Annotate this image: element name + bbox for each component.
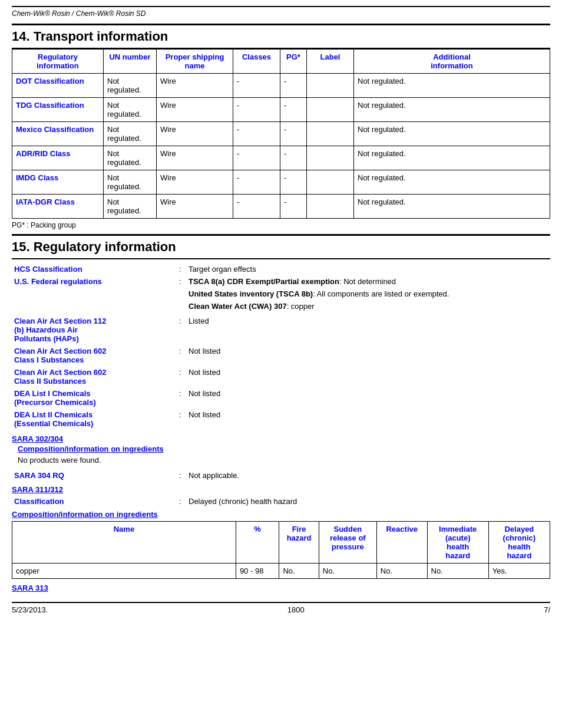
transport-proper_shipping-3: Wire [157, 146, 233, 170]
transport-classes-0: - [233, 74, 280, 98]
reg-item-colon-0: : [177, 315, 186, 345]
transport-additional-4: Not regulated. [354, 170, 550, 195]
sara311-class-row: Classification : Delayed (chronic) healt… [12, 495, 550, 508]
sara311-comp-link[interactable]: Composition/information on ingredients [12, 510, 158, 519]
transport-additional-5: Not regulated. [354, 195, 550, 219]
section-14-title: Transport information [34, 29, 168, 44]
usfed-row1: U.S. Federal regulations : TSCA 8(a) CDR… [12, 275, 550, 288]
transport-pg-1: - [280, 98, 307, 122]
transport-pg-0: - [280, 74, 307, 98]
cwa-line: Clean Water Act (CWA) 307: copper [186, 300, 550, 312]
reg-item-row-4: DEA List II Chemicals (Essential Chemica… [12, 409, 550, 430]
sara-th-name: Name [12, 522, 236, 564]
transport-un_number-0: Not regulated. [104, 74, 157, 98]
transport-proper_shipping-4: Wire [157, 170, 233, 195]
sara302-link[interactable]: SARA 302/304 [12, 434, 63, 443]
sara-sudden-0: No. [319, 564, 376, 579]
transport-label-3 [307, 146, 354, 170]
transport-proper_shipping-2: Wire [157, 122, 233, 146]
hcs-row: HCS Classification : Target organ effect… [12, 263, 550, 275]
transport-reg_info-4[interactable]: IMDG Class [12, 170, 104, 195]
sara-th-immediate: Immediate (acute) health hazard [427, 522, 488, 564]
tsca8a-label: TSCA 8(a) CDR Exempt/Partial exemption [189, 277, 339, 286]
sara302-comp-link[interactable]: Composition/information on ingredients [18, 444, 164, 453]
hcs-value: Target organ effects [186, 263, 550, 275]
sara-reactive-0: No. [376, 564, 427, 579]
transport-un_number-3: Not regulated. [104, 146, 157, 170]
sara311-class-colon: : [177, 495, 186, 508]
hcs-label: HCS Classification [12, 263, 177, 275]
transport-label-0 [307, 74, 354, 98]
sara304-table: SARA 304 RQ : Not applicable. [12, 469, 550, 482]
reg-item-value-0: Listed [186, 315, 550, 345]
transport-proper_shipping-1: Wire [157, 98, 233, 122]
transport-row-0: DOT ClassificationNot regulated.Wire--No… [12, 74, 550, 98]
footer-page-ref: 7/ [544, 605, 550, 614]
section-15-title: Regulatory information [34, 239, 176, 254]
reg-item-value-4: Not listed [186, 409, 550, 430]
reg-item-colon-2: : [177, 366, 186, 387]
sara304-row: SARA 304 RQ : Not applicable. [12, 469, 550, 482]
transport-pg-2: - [280, 122, 307, 146]
transport-label-4 [307, 170, 354, 195]
sara311-comp-block: Composition/information on ingredients [12, 510, 550, 519]
reg-item-label-3: DEA List I Chemicals (Precursor Chemical… [12, 387, 177, 409]
transport-reg_info-2[interactable]: Mexico Classification [12, 122, 104, 146]
section-14-number: 14. [12, 29, 30, 44]
sara311-class-label: Classification [12, 495, 177, 508]
reg-item-row-2: Clean Air Act Section 602 Class II Subst… [12, 366, 550, 387]
doc-title: Chem-Wik® Rosin / Chem-Wik® Rosin SD [12, 6, 550, 21]
transport-reg_info-3[interactable]: ADR/RID Class [12, 146, 104, 170]
transport-pg-5: - [280, 195, 307, 219]
transport-un_number-5: Not regulated. [104, 195, 157, 219]
cwa-text: : copper [287, 302, 315, 311]
transport-un_number-4: Not regulated. [104, 170, 157, 195]
tsca8b-bold: United States inventory (TSCA 8b) [189, 289, 313, 298]
reg-items-table: Clean Air Act Section 112 (b) Hazardous … [12, 315, 550, 430]
sara313-link[interactable]: SARA 313 [12, 584, 48, 592]
sara311-class-value: Delayed (chronic) health hazard [186, 495, 550, 508]
cwa-bold: Clean Water Act (CWA) 307 [189, 302, 287, 311]
th-un-number: UN number [104, 50, 157, 74]
transport-row-5: IATA-DGR ClassNot regulated.Wire--Not re… [12, 195, 550, 219]
transport-classes-2: - [233, 122, 280, 146]
sara-th-sudden: Sudden release of pressure [319, 522, 376, 564]
th-reg-info: Regulatory information [12, 50, 104, 74]
reg-item-label-4: DEA List II Chemicals (Essential Chemica… [12, 409, 177, 430]
tsca8b-text: : All components are listed or exempted. [313, 289, 449, 298]
transport-reg_info-1[interactable]: TDG Classification [12, 98, 104, 122]
transport-additional-2: Not regulated. [354, 122, 550, 146]
reg-item-colon-3: : [177, 387, 186, 409]
packing-note: PG* : Packing group [12, 221, 550, 229]
transport-additional-3: Not regulated. [354, 146, 550, 170]
footer: 5/23/2013. 1800 7/ [12, 602, 550, 614]
transport-label-5 [307, 195, 354, 219]
sara302-comp-block: Composition/information on ingredients [12, 444, 550, 453]
section-15-heading: 15. Regulatory information [12, 234, 550, 259]
transport-un_number-1: Not regulated. [104, 98, 157, 122]
reg-item-label-1: Clean Air Act Section 602 Class I Substa… [12, 345, 177, 366]
reg-item-value-2: Not listed [186, 366, 550, 387]
sara-immediate-0: No. [427, 564, 488, 579]
reg-item-label-0: Clean Air Act Section 112 (b) Hazardous … [12, 315, 177, 345]
tsca8b-line: United States inventory (TSCA 8b): All c… [186, 288, 550, 300]
transport-proper_shipping-5: Wire [157, 195, 233, 219]
transport-classes-5: - [233, 195, 280, 219]
sara311-link[interactable]: SARA 311/312 [12, 485, 63, 494]
th-additional: Additional information [354, 50, 550, 74]
section-14-heading: 14. Transport information [12, 24, 550, 49]
usfed-label: U.S. Federal regulations [12, 275, 177, 312]
reg-item-row-0: Clean Air Act Section 112 (b) Hazardous … [12, 315, 550, 345]
transport-row-1: TDG ClassificationNot regulated.Wire--No… [12, 98, 550, 122]
reg-item-row-1: Clean Air Act Section 602 Class I Substa… [12, 345, 550, 366]
transport-reg_info-0[interactable]: DOT Classification [12, 74, 104, 98]
footer-date: 5/23/2013. [12, 605, 48, 614]
reg-item-label-2: Clean Air Act Section 602 Class II Subst… [12, 366, 177, 387]
reg-item-colon-4: : [177, 409, 186, 430]
sara311-block: SARA 311/312 [12, 485, 550, 494]
th-proper-shipping: Proper shipping name [157, 50, 233, 74]
tsca8a-text: : Not determined [339, 277, 396, 286]
transport-classes-3: - [233, 146, 280, 170]
transport-row-2: Mexico ClassificationNot regulated.Wire-… [12, 122, 550, 146]
transport-reg_info-5[interactable]: IATA-DGR Class [12, 195, 104, 219]
